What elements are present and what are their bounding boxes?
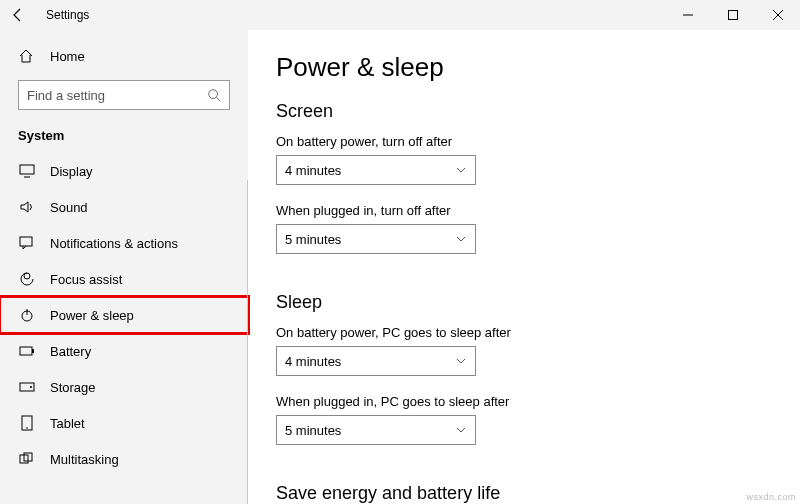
display-icon — [18, 164, 36, 178]
sidebar-item-tablet[interactable]: Tablet — [0, 405, 248, 441]
select-value: 5 minutes — [285, 232, 341, 247]
home-label: Home — [50, 49, 85, 64]
svg-point-12 — [30, 386, 32, 388]
screen-plugged-label: When plugged in, turn off after — [276, 203, 772, 218]
sidebar-home[interactable]: Home — [0, 40, 248, 72]
sidebar-item-label: Power & sleep — [50, 308, 134, 323]
battery-icon — [18, 345, 36, 357]
select-value: 4 minutes — [285, 163, 341, 178]
home-icon — [18, 48, 36, 64]
svg-point-14 — [26, 427, 28, 429]
sidebar-scrollbar[interactable] — [247, 180, 248, 504]
sleep-plugged-label: When plugged in, PC goes to sleep after — [276, 394, 772, 409]
search-icon — [207, 88, 221, 102]
content-pane: Power & sleep Screen On battery power, t… — [248, 30, 800, 504]
sound-icon — [18, 200, 36, 214]
watermark: wsxdn.com — [746, 492, 796, 502]
storage-icon — [18, 381, 36, 393]
sidebar-item-multitasking[interactable]: Multitasking — [0, 441, 248, 477]
sidebar-item-label: Sound — [50, 200, 88, 215]
page-title: Power & sleep — [276, 52, 772, 83]
sidebar-item-label: Battery — [50, 344, 91, 359]
notifications-icon — [18, 236, 36, 250]
screen-battery-select[interactable]: 4 minutes — [276, 155, 476, 185]
svg-point-2 — [209, 90, 218, 99]
screen-battery-label: On battery power, turn off after — [276, 134, 772, 149]
window-controls — [665, 0, 800, 30]
power-icon — [18, 307, 36, 323]
tablet-icon — [18, 415, 36, 431]
sleep-heading: Sleep — [276, 292, 772, 313]
sidebar-item-focus-assist[interactable]: Focus assist — [0, 261, 248, 297]
chevron-down-icon — [455, 424, 467, 436]
chevron-down-icon — [455, 233, 467, 245]
sidebar-item-label: Storage — [50, 380, 96, 395]
focus-assist-icon — [18, 271, 36, 287]
sidebar-item-sound[interactable]: Sound — [0, 189, 248, 225]
sidebar-item-label: Display — [50, 164, 93, 179]
screen-heading: Screen — [276, 101, 772, 122]
chevron-down-icon — [455, 164, 467, 176]
svg-rect-6 — [20, 237, 32, 246]
svg-line-3 — [217, 98, 221, 102]
sidebar: Home Find a setting System Display Sound — [0, 30, 248, 504]
svg-rect-4 — [20, 165, 34, 174]
sidebar-item-power-sleep[interactable]: Power & sleep — [0, 297, 248, 333]
sidebar-item-storage[interactable]: Storage — [0, 369, 248, 405]
multitasking-icon — [18, 452, 36, 466]
svg-rect-10 — [32, 349, 34, 353]
sidebar-item-label: Notifications & actions — [50, 236, 178, 251]
sidebar-item-label: Focus assist — [50, 272, 122, 287]
chevron-down-icon — [455, 355, 467, 367]
sleep-battery-label: On battery power, PC goes to sleep after — [276, 325, 772, 340]
maximize-button[interactable] — [710, 0, 755, 30]
sidebar-heading: System — [0, 124, 248, 153]
sidebar-item-battery[interactable]: Battery — [0, 333, 248, 369]
title-bar: Settings — [0, 0, 800, 30]
sleep-battery-select[interactable]: 4 minutes — [276, 346, 476, 376]
back-button[interactable] — [10, 7, 26, 23]
sleep-plugged-select[interactable]: 5 minutes — [276, 415, 476, 445]
svg-rect-9 — [20, 347, 32, 355]
screen-plugged-select[interactable]: 5 minutes — [276, 224, 476, 254]
select-value: 5 minutes — [285, 423, 341, 438]
sidebar-item-label: Tablet — [50, 416, 85, 431]
svg-rect-1 — [728, 11, 737, 20]
close-button[interactable] — [755, 0, 800, 30]
sidebar-item-label: Multitasking — [50, 452, 119, 467]
select-value: 4 minutes — [285, 354, 341, 369]
search-placeholder: Find a setting — [27, 88, 105, 103]
footer-heading: Save energy and battery life — [276, 483, 772, 504]
minimize-button[interactable] — [665, 0, 710, 30]
window-title: Settings — [46, 8, 89, 22]
sidebar-item-notifications[interactable]: Notifications & actions — [0, 225, 248, 261]
search-input[interactable]: Find a setting — [18, 80, 230, 110]
sidebar-item-display[interactable]: Display — [0, 153, 248, 189]
